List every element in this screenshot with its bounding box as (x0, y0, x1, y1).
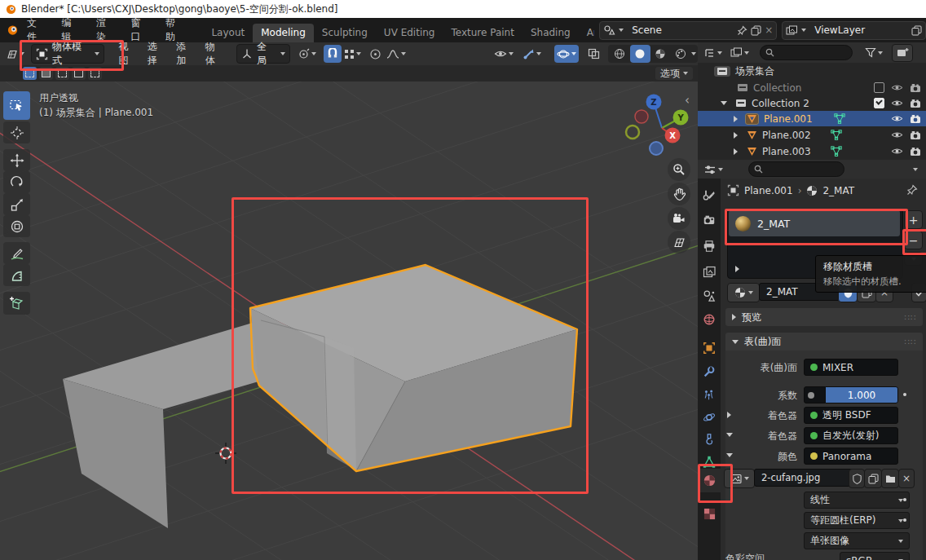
open-image-button[interactable] (881, 469, 899, 488)
disable-render-camera-icon[interactable] (910, 147, 921, 156)
select-mode-intersect-button[interactable] (88, 67, 102, 80)
tab-scene[interactable] (698, 285, 721, 306)
options-dropdown[interactable]: 选项 (655, 67, 693, 80)
image-name-field[interactable]: 2-cufang.jpg (754, 469, 862, 487)
tab-material[interactable] (698, 469, 721, 492)
orientation-dropdown[interactable]: 全局 (236, 44, 290, 64)
unlink-scene-icon[interactable]: × (765, 24, 773, 36)
tab-animation[interactable]: Animation (579, 24, 595, 42)
new-collection-button[interactable] (892, 44, 913, 62)
outliner-filter-button[interactable] (862, 44, 885, 62)
outliner-search-input[interactable] (760, 45, 853, 60)
collection2-checkbox[interactable] (874, 98, 884, 108)
shading-solid-button[interactable] (630, 45, 650, 63)
collection-checkbox[interactable] (874, 82, 884, 93)
tool-scale[interactable] (3, 193, 30, 215)
browse-material-button[interactable] (727, 283, 760, 302)
tab-texture-paint[interactable]: Texture Paint (443, 24, 522, 42)
remove-material-slot-button[interactable]: − (904, 231, 923, 249)
pin-icon[interactable] (737, 25, 747, 36)
outliner-editor-type-button[interactable] (701, 44, 725, 62)
snap-settings-dropdown[interactable] (342, 45, 364, 63)
properties-search-input[interactable] (748, 161, 844, 177)
viewlayer-selector[interactable]: ViewLayer (782, 21, 926, 40)
show-object-types-dropdown[interactable] (492, 45, 516, 63)
projection-dropdown[interactable]: 等距圆柱(ERP) (804, 512, 910, 529)
source-dropdown[interactable]: 单张图像 (804, 532, 910, 549)
sidebar-collapse-arrow[interactable]: ‹ (685, 93, 690, 108)
unlink-image-button[interactable]: × (898, 469, 915, 488)
pan-button[interactable] (668, 183, 690, 205)
color-value-button[interactable]: Panorama (804, 448, 898, 465)
collection2-expand-icon[interactable] (721, 101, 727, 105)
tab-world[interactable] (698, 309, 721, 330)
surface-value-button[interactable]: MIXER (804, 359, 898, 376)
shading-rendered-button[interactable] (671, 45, 691, 63)
hide-eye-icon[interactable] (891, 99, 903, 108)
shader2-value-button[interactable]: 自发光(发射) (804, 427, 898, 444)
select-mode-invert-button[interactable] (72, 67, 86, 80)
cube-plane-001-selected[interactable] (250, 265, 577, 471)
axis-neg-z-handle[interactable] (650, 142, 663, 155)
new-image-button[interactable] (864, 469, 882, 488)
factor-slider[interactable]: 1.000 (825, 386, 898, 403)
preview-panel-header[interactable]: 预览 ∷∷ (725, 308, 923, 326)
toggle-perspective-button[interactable] (668, 231, 690, 254)
3d-viewport[interactable]: 用户透视 (1) 场景集合 | Plane.001 (0, 82, 698, 560)
select-mode-subtract-button[interactable] (55, 67, 69, 80)
xray-toggle[interactable] (585, 45, 603, 63)
hide-eye-icon[interactable] (891, 147, 903, 156)
hide-eye-icon[interactable] (891, 130, 903, 139)
outliner-row-collection[interactable]: Collection (698, 80, 926, 95)
new-viewlayer-icon[interactable] (911, 25, 922, 36)
plane003-expand-icon[interactable] (734, 148, 738, 155)
scene-name[interactable]: Scene (627, 24, 734, 36)
disable-render-camera-icon[interactable] (910, 83, 921, 92)
blender-logo-icon[interactable] (7, 24, 19, 37)
axis-neg-x-handle[interactable] (635, 110, 648, 123)
breadcrumb-pin-icon[interactable] (906, 184, 918, 196)
tool-measure[interactable] (3, 264, 30, 286)
menu-3d-select[interactable]: 选择 (140, 40, 169, 68)
tab-particles[interactable] (698, 385, 721, 406)
breadcrumb-object-name[interactable]: Plane.001 (744, 185, 793, 196)
menu-window[interactable]: 窗口 (122, 18, 157, 42)
interpolation-keyframe-dot[interactable] (903, 498, 906, 501)
tab-output[interactable] (698, 236, 721, 257)
tool-add-cube[interactable] (3, 292, 30, 315)
shading-material-button[interactable] (650, 45, 671, 63)
shading-wireframe-button[interactable] (610, 45, 630, 63)
outliner-display-mode-button[interactable] (728, 44, 752, 62)
menu-help[interactable]: 帮助 (157, 18, 192, 42)
tab-sculpting[interactable]: Sculpting (314, 24, 376, 42)
tab-shading[interactable]: Shading (523, 24, 579, 42)
outliner-row-scene-collection[interactable]: 场景集合 (698, 64, 926, 79)
projection-keyframe-dot[interactable] (903, 518, 906, 522)
editor-type-button[interactable] (2, 45, 27, 63)
surface-panel-header[interactable]: 表(曲)面 ∷∷ (725, 333, 923, 351)
tool-annotate[interactable] (3, 242, 30, 264)
overlays-toggle[interactable] (554, 45, 579, 63)
outliner-row-plane003[interactable]: Plane.003 (698, 143, 926, 159)
menu-3d-add[interactable]: 添加 (169, 40, 197, 68)
snap-toggle[interactable] (324, 45, 342, 63)
axis-neg-y-handle[interactable] (626, 126, 639, 139)
tool-select-box[interactable] (3, 91, 30, 120)
tab-tool[interactable] (698, 185, 721, 206)
menu-render[interactable]: 渲染 (88, 18, 122, 42)
disable-render-camera-icon[interactable] (910, 114, 921, 123)
tool-move[interactable] (3, 149, 30, 171)
outliner-row-collection2[interactable]: Collection 2 (698, 95, 926, 111)
plane001-expand-icon[interactable] (734, 116, 738, 122)
add-material-slot-button[interactable]: + (904, 210, 923, 229)
tab-constraints[interactable] (698, 429, 721, 450)
properties-editor-type-button[interactable] (701, 161, 725, 179)
tab-render[interactable] (698, 209, 721, 231)
tab-physics[interactable] (698, 407, 721, 428)
outliner-row-plane001[interactable]: Plane.001 (698, 111, 926, 126)
tab-modifiers[interactable] (698, 361, 721, 382)
tab-view-layer[interactable] (698, 261, 721, 282)
scene-selector[interactable]: Scene × (599, 21, 777, 40)
tab-uv-editing[interactable]: UV Editing (376, 24, 443, 42)
slot-specials-icon[interactable] (735, 266, 739, 272)
